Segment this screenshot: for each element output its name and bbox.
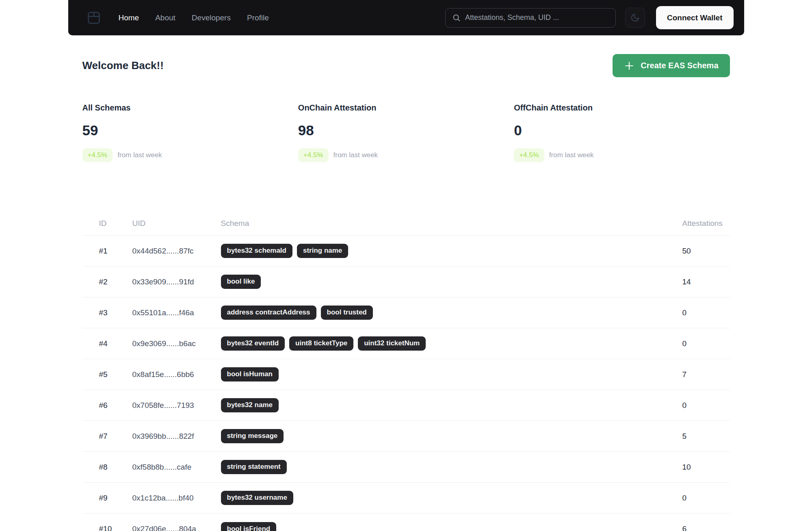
row-schema: bool like xyxy=(221,275,682,288)
schemas-table: ID UID Schema Attestations #1 0x44d562..… xyxy=(82,212,730,531)
stat-delta: +4.5% from last week xyxy=(514,148,730,162)
row-id: #6 xyxy=(99,401,132,410)
create-eas-schema-button[interactable]: Create EAS Schema xyxy=(613,54,730,77)
page-head: Welcome Back!! Create EAS Schema xyxy=(82,54,730,77)
table-row[interactable]: #5 0x8af15e......6bb6 bool isHuman 7 xyxy=(82,359,730,390)
stat-value: 0 xyxy=(514,122,730,139)
row-attestations: 0 xyxy=(682,401,730,410)
row-uid: 0x3969bb......822f xyxy=(132,432,221,441)
table-row[interactable]: #1 0x44d562......87fc bytes32 schemaId s… xyxy=(82,236,730,267)
row-id: #9 xyxy=(99,494,132,503)
app-logo[interactable] xyxy=(86,10,102,26)
table-row[interactable]: #3 0x55101a......f46a address contractAd… xyxy=(82,297,730,328)
table-row[interactable]: #6 0x7058fe......7193 bytes32 name 0 xyxy=(82,390,730,421)
row-attestations: 10 xyxy=(682,463,730,472)
row-uid: 0x1c12ba......bf40 xyxy=(132,494,221,503)
row-id: #8 xyxy=(99,463,132,472)
moon-icon xyxy=(630,13,640,22)
schema-field-badge: string message xyxy=(221,429,284,443)
row-id: #7 xyxy=(99,432,132,441)
table-header: ID UID Schema Attestations xyxy=(82,212,730,236)
schema-field-badge: bool isFriend xyxy=(221,522,277,531)
table-row[interactable]: #4 0x9e3069......b6ac bytes32 eventId ui… xyxy=(82,328,730,359)
row-schema: bytes32 name xyxy=(221,398,682,412)
delta-note: from last week xyxy=(333,151,378,159)
stat-card-onchain-attestation: OnChain Attestation 98 +4.5% from last w… xyxy=(298,103,514,162)
delta-note: from last week xyxy=(549,151,594,159)
schema-field-badge: bool trusted xyxy=(321,306,373,319)
create-eas-schema-label: Create EAS Schema xyxy=(641,61,718,70)
search-box xyxy=(445,8,616,28)
nav-link-developers[interactable]: Developers xyxy=(192,13,231,22)
schema-field-badge: bool isHuman xyxy=(221,367,279,381)
connect-wallet-button[interactable]: Connect Wallet xyxy=(656,6,734,29)
delta-badge: +4.5% xyxy=(298,148,329,162)
row-uid: 0x33e909......91fd xyxy=(132,277,221,286)
column-header-schema: Schema xyxy=(221,219,682,228)
row-id: #1 xyxy=(99,247,132,256)
row-id: #2 xyxy=(99,277,132,286)
stat-value: 98 xyxy=(298,122,514,139)
stat-value: 59 xyxy=(82,122,298,139)
row-schema: bytes32 schemaId string name xyxy=(221,244,682,258)
stat-delta: +4.5% from last week xyxy=(82,148,298,162)
main-content: Welcome Back!! Create EAS Schema All Sch… xyxy=(82,54,730,531)
table-row[interactable]: #8 0xf58b8b......cafe string statement 1… xyxy=(82,452,730,483)
row-attestations: 50 xyxy=(682,247,730,256)
schema-field-badge: bytes32 name xyxy=(221,398,279,412)
table-row[interactable]: #7 0x3969bb......822f string message 5 xyxy=(82,421,730,452)
search-input[interactable] xyxy=(465,13,609,22)
row-schema: bytes32 eventId uint8 ticketType uint32 … xyxy=(221,336,682,350)
stat-label: OnChain Attestation xyxy=(298,103,514,113)
row-uid: 0x7058fe......7193 xyxy=(132,401,221,410)
row-attestations: 6 xyxy=(682,524,730,531)
schema-field-badge: bytes32 username xyxy=(221,491,293,505)
schema-field-badge: uint32 ticketNum xyxy=(358,336,426,350)
stat-label: OffChain Attestation xyxy=(514,103,730,113)
row-schema: bytes32 username xyxy=(221,491,682,505)
nav-link-home[interactable]: Home xyxy=(119,13,139,22)
row-schema: string statement xyxy=(221,460,682,474)
table-row[interactable]: #10 0x27d06e......804a bool isFriend 6 xyxy=(82,514,730,531)
row-uid: 0x9e3069......b6ac xyxy=(132,339,221,348)
row-attestations: 0 xyxy=(682,308,730,317)
nav-links: Home About Developers Profile xyxy=(119,13,269,22)
row-attestations: 5 xyxy=(682,432,730,441)
search-icon xyxy=(452,13,461,22)
row-uid: 0xf58b8b......cafe xyxy=(132,463,221,472)
row-uid: 0x44d562......87fc xyxy=(132,247,221,256)
table-row[interactable]: #2 0x33e909......91fd bool like 14 xyxy=(82,267,730,297)
column-header-attestations: Attestations xyxy=(682,219,730,228)
row-attestations: 14 xyxy=(682,277,730,286)
stat-delta: +4.5% from last week xyxy=(298,148,514,162)
row-attestations: 0 xyxy=(682,494,730,503)
row-uid: 0x55101a......f46a xyxy=(132,308,221,317)
schema-field-badge: bool like xyxy=(221,275,261,288)
column-header-uid: UID xyxy=(132,219,221,228)
column-header-id: ID xyxy=(99,219,132,228)
delta-badge: +4.5% xyxy=(514,148,544,162)
delta-note: from last week xyxy=(117,151,162,159)
row-id: #10 xyxy=(99,524,132,531)
schema-field-badge: string statement xyxy=(221,460,287,474)
nav-link-profile[interactable]: Profile xyxy=(247,13,269,22)
schema-field-badge: address contractAddress xyxy=(221,306,316,319)
theme-toggle-button[interactable] xyxy=(625,8,645,28)
row-schema: address contractAddress bool trusted xyxy=(221,306,682,319)
schema-field-badge: uint8 ticketType xyxy=(289,336,353,350)
row-id: #3 xyxy=(99,308,132,317)
table-row[interactable]: #9 0x1c12ba......bf40 bytes32 username 0 xyxy=(82,483,730,514)
stat-label: All Schemas xyxy=(82,103,298,113)
row-attestations: 0 xyxy=(682,339,730,348)
stats-row: All Schemas 59 +4.5% from last week OnCh… xyxy=(82,103,730,162)
row-uid: 0x27d06e......804a xyxy=(132,524,221,531)
row-uid: 0x8af15e......6bb6 xyxy=(132,370,221,379)
row-attestations: 7 xyxy=(682,370,730,379)
schema-field-badge: bytes32 schemaId xyxy=(221,244,292,258)
nav-link-about[interactable]: About xyxy=(155,13,175,22)
row-schema: bool isHuman xyxy=(221,367,682,381)
plus-icon xyxy=(624,61,634,71)
schema-field-badge: bytes32 eventId xyxy=(221,336,285,350)
stat-card-all-schemas: All Schemas 59 +4.5% from last week xyxy=(82,103,298,162)
row-schema: bool isFriend xyxy=(221,522,682,531)
